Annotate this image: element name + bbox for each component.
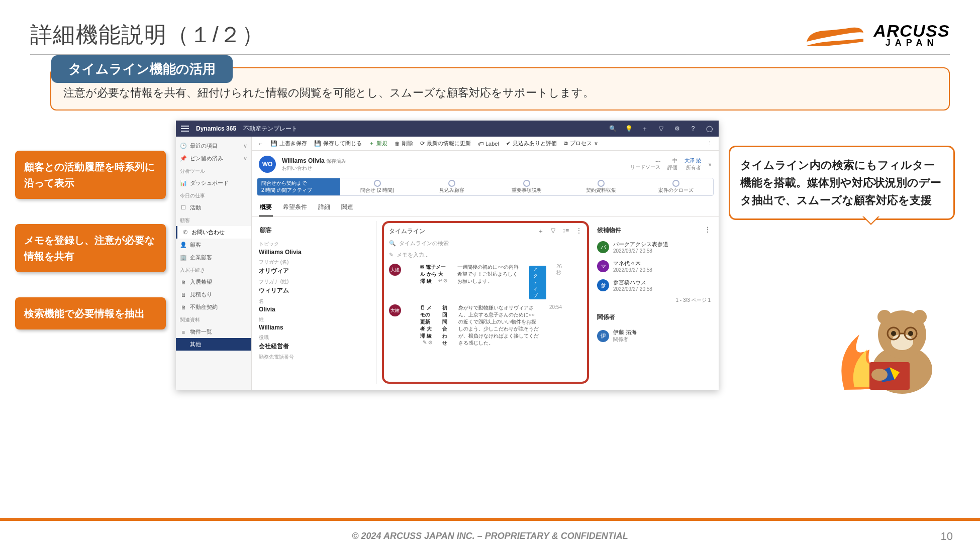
- sidebar-quote[interactable]: 🗎見積もり: [176, 288, 251, 301]
- sidebar-group-related: 関連資料: [176, 313, 251, 325]
- prop-name-2: 参宮橋ハウス: [613, 279, 652, 286]
- timeline-item-email[interactable]: 大綾 ✉ 電子メール から 大澤 綾 ↩ ⊘ 一週間後の初めに○○の内容希望です…: [389, 264, 582, 299]
- field-title-label: 役職: [259, 334, 374, 341]
- tab-conditions[interactable]: 希望条件: [282, 199, 308, 216]
- footer-copyright: © 2024 ARCUSS JAPAN INC. – PROPRIETARY &…: [352, 531, 628, 541]
- prop-item-1[interactable]: マ マネ代々木2022/09/27 20:58: [596, 257, 712, 276]
- sidebar-dashboard-label: ダッシュボード: [190, 179, 229, 187]
- sidebar-dashboard[interactable]: 📊ダッシュボード: [176, 177, 251, 189]
- filter-icon[interactable]: ▽: [656, 124, 665, 133]
- sidebar-contract[interactable]: 🗎不動産契約: [176, 301, 251, 313]
- field-kana-first-value: オリヴィア: [259, 267, 374, 275]
- sidebar-group-customer: 顧客: [176, 214, 251, 226]
- cmd-delete[interactable]: 🗑 削除: [395, 140, 413, 147]
- tab-related[interactable]: 関連: [340, 199, 354, 216]
- chevron-down-icon[interactable]: ∨: [708, 162, 712, 167]
- search-icon[interactable]: 🔍: [608, 124, 617, 133]
- stage-4[interactable]: 契約資料収集: [564, 178, 639, 195]
- record-saved: 保存済み: [326, 158, 346, 164]
- sidebar-corp[interactable]: 🏢企業顧客: [176, 251, 251, 264]
- stage-active-sub: 2 時間 の間アクティブ: [261, 187, 312, 194]
- eval-value: 中: [667, 157, 677, 164]
- cmd-save[interactable]: 💾 上書き保存: [270, 140, 307, 147]
- cmd-label[interactable]: 🏷 Label: [478, 141, 499, 147]
- prop-item-0[interactable]: パ パークアクシス表参道2022/09/27 20:58: [596, 238, 712, 257]
- sidebar-pinned-label: ピン留め済み: [190, 155, 223, 162]
- plus-icon[interactable]: ＋: [640, 124, 649, 133]
- waffle-icon[interactable]: [181, 124, 189, 133]
- sidebar-inquiry[interactable]: ✆お問い合わせ: [176, 226, 251, 239]
- tab-details[interactable]: 詳細: [317, 199, 331, 216]
- sidebar-move-req[interactable]: 🗎入居希望: [176, 276, 251, 288]
- cmd-delete-label: 削除: [402, 140, 413, 147]
- cmd-refresh[interactable]: ⟳ 最新の情報に更新: [420, 140, 471, 147]
- cmd-save-close[interactable]: 💾 保存して閉じる: [314, 140, 362, 147]
- stage-1-label: 問合せ (2 時間): [360, 187, 395, 194]
- timeline-more-icon[interactable]: ⋮: [576, 227, 582, 236]
- sidebar-pinned[interactable]: 📌ピン留め済み∨: [176, 152, 251, 165]
- stage-5[interactable]: 案件のクローズ: [639, 178, 714, 195]
- customer-panel: 顧客 トピック Williams Olivia フリガナ (名) オリヴィア フ…: [257, 221, 377, 384]
- prop-ts-0: 2022/09/27 20:58: [613, 248, 668, 254]
- svg-point-6: [908, 331, 913, 336]
- sidebar-activity[interactable]: ☐活動: [176, 201, 251, 214]
- brand-mark-icon: [804, 22, 864, 49]
- record-type: お問い合わせ: [282, 165, 346, 172]
- tl-item1-body: 一週間後の初めに○○の内容希望です！ご対応よろしくお願いします。: [457, 264, 519, 299]
- field-last-value: Williams: [259, 324, 374, 331]
- product-name: Dynamics 365: [196, 125, 236, 132]
- tl-item1-actions[interactable]: ↩ ⊘: [438, 278, 448, 283]
- tl-item2-actions[interactable]: ✎ ⊘: [423, 340, 432, 345]
- sidebar-items[interactable]: ≡物件一覧: [176, 325, 251, 338]
- field-last-label: 姓: [259, 316, 374, 323]
- cmd-overflow[interactable]: ⋮: [707, 140, 713, 147]
- back-button[interactable]: ←: [258, 141, 263, 147]
- prop-name-1: マネ代々木: [613, 260, 652, 267]
- process-stage-bar: 問合せから契約まで 2 時間 の間アクティブ 問合せ (2 時間) 見込み顧客 …: [257, 178, 714, 196]
- cmd-process[interactable]: ⧉ プロセス ∨: [564, 140, 598, 147]
- related-person[interactable]: 伊 伊藤 拓海関係者: [596, 324, 712, 347]
- doc-icon: 🗎: [180, 279, 187, 286]
- callout-search-extract: 検索機能で必要情報を抽出: [15, 297, 166, 329]
- timeline-add-icon[interactable]: ＋: [538, 227, 544, 236]
- sidebar-other[interactable]: 其他: [176, 338, 251, 351]
- cmd-save-label: 上書き保存: [279, 140, 307, 147]
- timeline-sort-icon[interactable]: ↕≡: [562, 227, 569, 236]
- stage-1[interactable]: 問合せ (2 時間): [340, 178, 415, 195]
- sidebar-customer[interactable]: 👤顧客: [176, 239, 251, 251]
- callout-activity-history: 顧客との活動履歴を時系列に沿って表示: [15, 151, 166, 199]
- cmd-estimate[interactable]: ✔ 見込みありと評価: [506, 140, 557, 147]
- tab-overview[interactable]: 概要: [259, 199, 273, 216]
- record-name: Williams Olivia: [282, 157, 325, 164]
- bulb-icon[interactable]: 💡: [624, 124, 633, 133]
- stage-3[interactable]: 重要事項説明: [489, 178, 564, 195]
- sidebar-recent[interactable]: 🕑最近の項目∨: [176, 140, 251, 152]
- cmd-estimate-label: 見込みありと評価: [513, 140, 557, 147]
- gear-icon[interactable]: ⚙: [672, 124, 681, 133]
- section-desc: 注意が必要な情報を共有、紐付けられた情報の閲覧を可能とし、スムーズな顧客対応をサ…: [63, 85, 937, 100]
- cmd-label-label: Label: [485, 141, 499, 147]
- cmd-new-label: 新規: [376, 140, 387, 147]
- timeline-memo-input[interactable]: ✎メモを入力...: [389, 251, 582, 259]
- prop-name-0: パークアクシス表参道: [613, 241, 668, 248]
- timeline-highlight-box: タイムライン ＋ ▽ ↕≡ ⋮ 🔍タイムラインの検索 ✎メモを入: [382, 221, 589, 384]
- tl-item2-title: メモの更新者 大澤 綾: [420, 305, 432, 339]
- user-avatar-icon[interactable]: ◯: [705, 124, 714, 133]
- help-icon[interactable]: ?: [689, 124, 698, 133]
- cmd-new[interactable]: ＋ 新規: [369, 140, 387, 147]
- chart-icon: 📊: [180, 180, 187, 187]
- stage-active[interactable]: 問合せから契約まで 2 時間 の間アクティブ: [257, 178, 340, 195]
- timeline-item-memo[interactable]: 大綾 🗒 メモの更新者 大澤 綾 ✎ ⊘ 初回問合わせ 身がりで動物嫌いなオリヴ…: [389, 304, 582, 347]
- clock-icon: 🕑: [180, 143, 187, 150]
- sidebar-contract-label: 不動産契約: [190, 303, 218, 311]
- sidebar-group-tools: 分析ツール: [176, 165, 251, 177]
- sidebar-recent-label: 最近の項目: [190, 142, 218, 150]
- prop-item-2[interactable]: 参 参宮橋ハウス2022/09/27 20:58: [596, 276, 712, 295]
- slide-title: 詳細機能説明（１/２）: [30, 20, 265, 50]
- candidates-more-icon[interactable]: ⋮: [705, 226, 711, 235]
- sidebar-customer-label: 顧客: [190, 241, 201, 249]
- timeline-filter-icon[interactable]: ▽: [551, 227, 555, 236]
- timeline-search[interactable]: 🔍タイムラインの検索: [389, 240, 582, 247]
- svg-point-3: [913, 310, 927, 324]
- stage-2[interactable]: 見込み顧客: [415, 178, 489, 195]
